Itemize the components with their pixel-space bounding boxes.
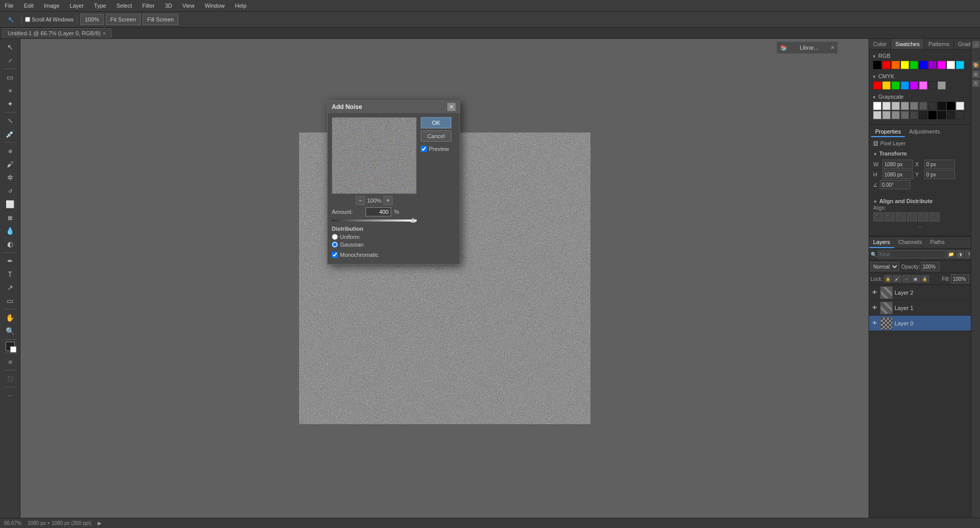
cmyk-section-header[interactable]: CMYK (871, 72, 969, 80)
swatch-g19[interactable] (956, 111, 964, 119)
swatch-blue[interactable] (919, 61, 927, 69)
modal-title-bar[interactable]: Add Noise × (328, 101, 460, 113)
swatch-g16[interactable] (928, 111, 937, 119)
h-input[interactable] (882, 170, 913, 179)
swatch-magenta[interactable] (938, 61, 946, 69)
blend-mode-select[interactable]: Normal Multiply (871, 262, 899, 271)
zoom-in-button[interactable]: + (383, 196, 393, 205)
amount-slider[interactable] (332, 219, 417, 222)
swatch-cyan[interactable] (956, 61, 964, 69)
tab-properties[interactable]: Properties (871, 127, 905, 137)
lock-position-btn[interactable]: ↔ (902, 275, 910, 282)
align-right-btn[interactable]: ⬛ (896, 212, 906, 222)
swatch-g1[interactable] (882, 102, 891, 110)
lasso-tool[interactable]: ⌖ (3, 84, 18, 97)
properties-icon[interactable]: ⊞ (972, 71, 979, 78)
magic-wand-tool[interactable]: ✦ (3, 98, 18, 110)
layers-filter-input[interactable] (878, 250, 946, 258)
swatch-g12[interactable] (892, 111, 900, 119)
swatch-g18[interactable] (947, 111, 955, 119)
fill-input[interactable] (951, 274, 969, 283)
blur-tool[interactable]: 💧 (3, 225, 18, 237)
pen-tool[interactable]: ✒ (3, 255, 18, 267)
tab-adjustments[interactable]: Adjustments (905, 127, 944, 137)
shape-tool[interactable]: ▭ (3, 295, 18, 307)
monochromatic-checkbox[interactable] (332, 252, 338, 258)
collapse-panels-btn[interactable]: ◁ (972, 41, 979, 48)
crop-tool[interactable]: ⤡ (3, 115, 18, 127)
fit-screen-button[interactable]: Fit Screen (106, 14, 141, 25)
move-tool[interactable]: ↖ (3, 41, 18, 53)
swatch-g5[interactable] (919, 102, 927, 110)
ok-button[interactable]: OK (421, 117, 451, 128)
align-center-v-btn[interactable]: ⬛ (918, 212, 928, 222)
clone-stamp-tool[interactable]: ✲ (3, 171, 18, 184)
uniform-radio[interactable] (332, 234, 338, 240)
swatch-g9[interactable] (956, 102, 964, 110)
w-input[interactable] (882, 160, 913, 169)
rgb-section-header[interactable]: RGB (871, 52, 969, 60)
swatch-cmyk-4[interactable] (901, 81, 909, 90)
menu-window[interactable]: Window (202, 2, 226, 10)
angle-input[interactable] (880, 180, 910, 189)
path-select-tool[interactable]: ↗ (3, 281, 18, 294)
color-picker-icon[interactable]: 🎨 (972, 61, 979, 69)
swatch-cmyk-1[interactable] (873, 81, 881, 90)
transform-header[interactable]: Transform (873, 149, 967, 158)
new-type-btn[interactable]: T (965, 250, 971, 258)
swatch-white[interactable] (947, 61, 955, 69)
library-close-btn[interactable]: × (831, 44, 834, 51)
y-input[interactable] (924, 170, 955, 179)
menu-help[interactable]: Help (233, 2, 249, 10)
lock-all-btn[interactable]: 🔒 (921, 275, 929, 282)
preview-checkbox[interactable] (421, 146, 427, 152)
swatch-g0[interactable] (873, 102, 881, 110)
gaussian-radio[interactable] (332, 241, 338, 248)
layer-item-0[interactable]: 👁 Layer 0 (869, 316, 971, 331)
swatch-black[interactable] (873, 61, 881, 69)
align-center-h-btn[interactable]: ⬛ (884, 212, 895, 222)
swatch-green[interactable] (910, 61, 918, 69)
tab-layers[interactable]: Layers (869, 237, 894, 248)
more-tools-btn[interactable]: ··· (3, 389, 18, 402)
fill-screen-button[interactable]: Fill Screen (143, 14, 178, 25)
eraser-tool[interactable]: ⬜ (3, 198, 18, 210)
type-tool[interactable]: T (3, 268, 18, 280)
swatch-cmyk-8[interactable] (938, 81, 946, 90)
swatch-g15[interactable] (919, 111, 927, 119)
menu-layer[interactable]: Layer (67, 2, 86, 10)
amount-input[interactable]: 400 (366, 207, 391, 216)
swatch-g17[interactable] (938, 111, 946, 119)
swatch-g7[interactable] (938, 102, 946, 110)
dodge-tool[interactable]: ◐ (3, 238, 18, 250)
menu-file[interactable]: File (3, 2, 16, 10)
layer-item-1[interactable]: 👁 Layer 1 (869, 300, 971, 316)
swatch-red[interactable] (882, 61, 891, 69)
swatch-g3[interactable] (901, 102, 909, 110)
artboard-tool[interactable]: ⤢ (3, 54, 18, 67)
swatch-cmyk-5[interactable] (910, 81, 918, 90)
swatch-cmyk-7[interactable] (928, 81, 937, 90)
eyedropper-tool[interactable]: 💉 (3, 128, 18, 140)
zoom-tool[interactable]: 🔍 (3, 325, 18, 337)
layer-1-visibility[interactable]: 👁 (871, 304, 878, 312)
swatch-cmyk-3[interactable] (892, 81, 900, 90)
tab-swatches[interactable]: Swatches (891, 39, 924, 49)
opacity-input[interactable] (921, 262, 940, 271)
new-group-btn[interactable]: 📁 (947, 250, 955, 258)
swatch-g4[interactable] (910, 102, 918, 110)
menu-edit[interactable]: Edit (22, 2, 36, 10)
menu-type[interactable]: Type (92, 2, 108, 10)
library-header[interactable]: 📚 Librar... × (777, 42, 837, 53)
brush-tool[interactable]: 🖌 (3, 158, 18, 170)
swatch-cmyk-2[interactable] (882, 81, 891, 90)
menu-view[interactable]: View (180, 2, 197, 10)
tab-gradients[interactable]: Gradients (954, 39, 971, 49)
gradient-tool[interactable]: ▦ (3, 211, 18, 224)
screen-mode-btn[interactable]: ⬛ (3, 372, 18, 385)
modal-close-button[interactable]: × (447, 103, 455, 111)
layer-item-2[interactable]: 👁 Layer 2 (869, 285, 971, 300)
history-brush-tool[interactable]: ↺ (3, 185, 18, 197)
more-options-dots[interactable]: ··· (873, 222, 967, 232)
swatch-g10[interactable] (873, 111, 881, 119)
